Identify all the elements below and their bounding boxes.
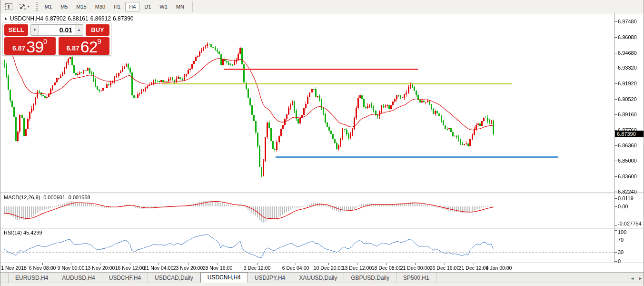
rsi-indicator-label: RSI(14) 45.4299 [4,230,42,235]
arrows-icon [19,3,26,10]
timeframe-h1[interactable]: H1 [110,2,124,11]
ohlc-close: 6.87390 [113,15,133,22]
chart-tab-bar: EURUSD,H4AUDUSD,H4USDCHF,H4USDCAD,DailyU… [0,272,644,283]
toolbar-drag-grip[interactable] [36,2,38,11]
status-bar [0,283,644,286]
chart-title: ▲USDCNH,H46.879026.881616.869126.87390 [4,15,136,22]
tab-usdcad-daily[interactable]: USDCAD,Daily [148,273,200,283]
sell-price-sup: 0 [43,38,47,45]
buy-price-button[interactable]: 6.87 62 9 [59,37,110,55]
timeframe-w1[interactable]: W1 [156,2,171,11]
tab-scroll-left-icon[interactable]: ◂ [631,276,634,281]
ohlc-open: 6.87902 [45,15,66,22]
price-axis-label: 6.91920 [618,81,637,86]
sell-button[interactable]: SELL [4,24,28,36]
volume-increase-button[interactable]: ▲ [75,25,83,35]
buy-price-big: 62 [80,40,98,54]
time-axis-label: 26 Dec 16:00 [430,265,459,271]
text-label-tool-button[interactable]: T [2,1,16,12]
timeframe-mn[interactable]: MN [172,2,188,11]
timeframe-h4[interactable]: H4 [125,2,139,11]
rsi-axis-label: 30 [618,249,624,255]
timeframe-m5[interactable]: M5 [57,2,71,11]
time-axis-label: 23 Nov 20:00 [173,265,203,271]
one-click-trading-panel: SELL ▼ 0.01 ▲ BUY 6.87 39 0 6.87 62 9 [2,22,111,56]
chart-tabs: EURUSD,H4AUDUSD,H4USDCHF,H4USDCAD,DailyU… [8,273,436,283]
top-toolbar: T ▾ M1M5M15M30H1H4D1W1MN [0,0,644,13]
tab-usdjpy-h4[interactable]: USDJPY,H4 [248,273,292,283]
price-axis-label: 6.96080 [618,34,637,40]
macd-axis-label: 0.0119 [618,195,634,201]
price-axis-label: 6.89160 [618,112,637,117]
time-axis-label: 13 Nov 20:00 [85,265,115,271]
collapse-panel-icon[interactable]: ▲ [4,16,8,20]
time-axis-label: 1 Nov 2018 [1,265,27,271]
time-axis-label: 6 Dec 04:00 [282,265,309,271]
timeframe-m1[interactable]: M1 [41,2,56,11]
sell-price-big: 39 [26,40,43,54]
price-axis-label: 6.85000 [618,158,637,163]
rsi-axis-label: 100 [618,229,626,235]
sell-price-base: 6.87 [12,44,25,52]
time-axis-label: 16 Nov 12:00 [115,265,145,271]
buy-button[interactable]: BUY [86,24,109,36]
volume-input[interactable]: 0.01 [39,25,75,35]
time-axis-label: 21 Nov 04:00 [144,265,173,271]
tab-scroll-right-icon[interactable]: ▸ [639,276,642,281]
price-axis-label: 6.94680 [618,50,637,56]
time-axis-label: 9 Nov 00:00 [58,265,85,271]
time-axis-label: 28 Nov 16:00 [203,265,232,271]
ohlc-low: 6.86912 [90,15,111,22]
tab-xauusd-daily[interactable]: XAUUSD,Daily [292,273,344,283]
tab-scroll-controls: ◂ ▸ [625,273,642,283]
chart-symbol-period: USDCNH,H4 [10,15,43,22]
price-axis-label: 6.97480 [618,19,637,24]
timeframe-d1[interactable]: D1 [140,2,155,11]
toolbar-separator [192,1,193,12]
tab-sp500-h1[interactable]: SP500,H1 [396,273,436,283]
tab-usdcnh-h4[interactable]: USDCNH,H4 [200,272,248,283]
time-axis-label: 21 Dec 00:00 [400,265,430,271]
volume-stepper: ▼ 0.01 ▲ [30,24,83,36]
price-axis-label: 6.90520 [618,96,637,102]
dropdown-caret-icon: ▾ [28,4,30,9]
ohlc-high: 6.88161 [68,15,88,22]
buy-price-base: 6.87 [67,44,79,52]
current-price-tag: 6.87390 [615,131,644,137]
time-axis-label: 6 Nov 08:00 [29,265,56,271]
time-axis-label: 18 Dec 08:00 [372,265,401,271]
time-axis-label: 13 Dec 12:00 [342,265,372,271]
rsi-axis-label: 70 [618,237,624,243]
rsi-axis-label: 0 [618,258,621,264]
buy-price-sup: 9 [98,38,101,45]
time-axis-label: 3 Dec 12:00 [244,265,271,271]
tab-audusd-h4[interactable]: AUDUSD,H4 [55,273,102,283]
volume-decrease-button[interactable]: ▼ [31,25,39,35]
timeframe-m15[interactable]: M15 [72,2,90,11]
timeframe-button-group: M1M5M15M30H1H4D1W1MN [40,2,188,11]
text-tool-icon: T [5,3,12,10]
arrows-tool-button[interactable]: ▾ [16,1,33,12]
tab-gbpusd-daily[interactable]: GBPUSD,Daily [344,273,396,283]
price-axis-label: 6.82240 [618,189,637,194]
time-axis-label: 31 Dec 12:00 [459,265,488,271]
timeframe-m30[interactable]: M30 [91,2,109,11]
price-axis-label: 6.93320 [618,65,637,71]
macd-axis-label: -0.027754 [618,221,642,226]
trading-terminal-window: T ▾ M1M5M15M30H1H4D1W1MN ▲USDCNH,H46.879… [0,0,644,286]
tab-eurusd-h4[interactable]: EURUSD,H4 [8,273,55,283]
sell-price-button[interactable]: 6.87 39 0 [4,37,56,55]
price-axis-label: 6.83600 [618,174,637,179]
macd-axis-label: 0.00 [618,204,628,209]
tab-usdchf-h4[interactable]: USDCHF,H4 [102,273,148,283]
macd-indicator-label: MACD(12,26,9) -0.000601 -0.001558 [4,194,90,200]
time-axis-label: 4 Jan 00:00 [486,265,512,271]
price-axis-label: 6.86360 [618,143,637,148]
time-axis-label: 10 Dec 20:00 [314,265,343,271]
